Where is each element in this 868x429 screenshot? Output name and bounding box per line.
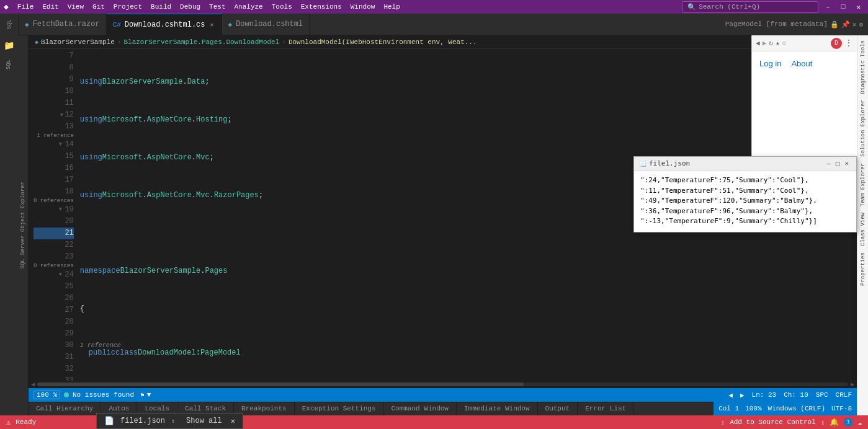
browser-star-icon[interactable]: ★ bbox=[776, 39, 780, 47]
browser-forward-icon[interactable]: ▶ bbox=[763, 39, 767, 47]
no-issues: No issues found bbox=[73, 391, 134, 399]
json-popup-close[interactable]: ✕ bbox=[842, 159, 851, 167]
file-notification-expand[interactable]: ⇧ bbox=[171, 417, 175, 425]
bell-count: 1 bbox=[844, 418, 852, 427]
breadcrumb: ◆ BlazorServerSample › BlazorServerSampl… bbox=[29, 35, 857, 49]
menu-build[interactable]: Build bbox=[147, 2, 175, 12]
browser-user-avatar[interactable]: D bbox=[831, 38, 842, 49]
tab-call-hierarchy[interactable]: Call Hierarchy bbox=[29, 402, 101, 415]
window-close[interactable]: ✕ bbox=[852, 2, 864, 12]
browser-back-icon[interactable]: ◀ bbox=[756, 39, 760, 47]
status-icons: ⚑ ▼ bbox=[140, 391, 151, 399]
menu-project[interactable]: Project bbox=[110, 2, 146, 12]
menu-git[interactable]: Git bbox=[89, 2, 109, 12]
browser-menu-icon[interactable]: ⋮ bbox=[844, 38, 853, 48]
cloud-icon[interactable]: ☁ bbox=[857, 418, 862, 427]
status-scroll-left[interactable]: ◀ bbox=[728, 391, 733, 399]
status-dot bbox=[64, 392, 69, 397]
properties-tab[interactable]: Properties bbox=[859, 250, 867, 288]
browser-login-link[interactable]: Log in bbox=[759, 59, 781, 68]
metadata-label: PageModel [from metadata] bbox=[725, 20, 828, 28]
line-ending[interactable]: CRLF bbox=[836, 391, 852, 399]
file-notification-name: file1.json bbox=[120, 417, 165, 425]
tab-close-icon[interactable]: ✕ bbox=[852, 20, 857, 29]
dropdown-icon[interactable]: ▼ bbox=[147, 391, 151, 399]
lint-icon[interactable]: ⚑ bbox=[140, 391, 145, 399]
status-scroll-right[interactable]: ▶ bbox=[740, 391, 745, 399]
menu-help[interactable]: Help bbox=[380, 2, 403, 12]
tab-command-window[interactable]: Command Window bbox=[384, 402, 457, 415]
class-view-tab[interactable]: Class View bbox=[859, 210, 867, 249]
menu-window[interactable]: Window bbox=[347, 2, 379, 12]
gutter-9: 9 bbox=[34, 74, 74, 86]
tab-error-list[interactable]: Error List bbox=[578, 402, 634, 415]
tab-immediate-window[interactable]: Immediate Window bbox=[457, 402, 538, 415]
json-line-4: ":36,"TemperatureF":96,"Summary":"Balmy"… bbox=[640, 206, 850, 217]
tab-download-cshtml[interactable]: ◆ Download.cshtml bbox=[222, 14, 310, 35]
gutter-30: 30 bbox=[34, 340, 74, 352]
line-ending-indicator[interactable]: Windows (CRLF) bbox=[768, 405, 825, 412]
fold-14[interactable]: ▼ bbox=[57, 142, 63, 148]
team-explorer-tab[interactable]: Team Explorer bbox=[859, 161, 867, 209]
editor-status: 100 % No issues found ⚑ ▼ ◀ ▶ Ln: 23 Ch:… bbox=[29, 388, 857, 402]
diagnostic-tools-tab[interactable]: Diagnostic Tools bbox=[859, 38, 867, 96]
upload-icon: ⇧ bbox=[721, 418, 725, 427]
ref-label-14: 1 reference bbox=[78, 341, 843, 347]
show-all-button[interactable]: Show all bbox=[186, 417, 222, 425]
gutter-11: 11 bbox=[34, 97, 74, 109]
browser-content: Log in About bbox=[752, 51, 857, 165]
gutter-19-ref: 0 references ▼19 bbox=[34, 198, 74, 216]
h-scrollbar-thumb[interactable] bbox=[37, 383, 524, 386]
editor-wrapper: 📁 SQL SQL Server Object Explorer ◆ Blazo… bbox=[0, 35, 868, 415]
server-object-sidebar: SQL Server Object Explorer bbox=[17, 35, 29, 415]
fold-24[interactable]: ▼ bbox=[57, 272, 63, 278]
vs-logo: ◆ bbox=[4, 2, 9, 12]
tab-download-cs-close[interactable]: ✕ bbox=[208, 20, 215, 29]
tab-settings-icon[interactable]: ⚙ bbox=[859, 20, 863, 29]
gutter-22: 22 bbox=[34, 239, 74, 251]
position-ln: Ln: 23 bbox=[752, 391, 777, 399]
bell-icon[interactable]: 🔔 bbox=[830, 418, 839, 427]
breadcrumb-class[interactable]: BlazorServerSample.Pages.DownloadModel bbox=[123, 38, 279, 46]
scroll-right-icon[interactable]: ▶ bbox=[851, 381, 854, 388]
pin-icon[interactable]: 📌 bbox=[841, 20, 850, 29]
menu-extensions[interactable]: Extensions bbox=[297, 2, 346, 12]
browser-nav-links: Log in About bbox=[759, 59, 849, 68]
sql-icon[interactable]: SQL bbox=[3, 57, 14, 72]
file-notification-close[interactable]: ✕ bbox=[231, 417, 235, 426]
horizontal-scroll[interactable]: ◀ ▶ bbox=[29, 381, 857, 388]
menu-analyze[interactable]: Analyze bbox=[231, 2, 267, 12]
tab-download-cshtml-label: Download.cshtml bbox=[236, 20, 303, 29]
menu-file[interactable]: File bbox=[14, 2, 37, 12]
menu-test[interactable]: Test bbox=[205, 2, 229, 12]
json-line-2: ":11,"TemperatureF":51,"Summary":"Cool"}… bbox=[640, 186, 850, 197]
zoom-level[interactable]: 100 % bbox=[34, 391, 60, 399]
encoding-spc[interactable]: SPC bbox=[816, 391, 828, 399]
add-to-source-control[interactable]: Add to Source Control bbox=[730, 418, 816, 426]
browser-ext-icon[interactable]: ○ bbox=[782, 40, 787, 47]
file-icon: 📄 bbox=[104, 416, 114, 426]
fold-12[interactable]: ▼ bbox=[58, 113, 65, 119]
tab-download-cs[interactable]: C# Download.cshtml.cs ✕ bbox=[107, 14, 222, 35]
breadcrumb-method[interactable]: DownloadModel(IWebHostEnvironment env, W… bbox=[289, 38, 477, 46]
tab-fetchdata[interactable]: ◆ FetchData.razor bbox=[19, 14, 107, 35]
explorer-icon[interactable]: 📁 bbox=[1, 38, 17, 53]
breadcrumb-project[interactable]: BlazorServerSample bbox=[41, 38, 115, 46]
h-scrollbar-track[interactable] bbox=[37, 383, 848, 386]
tab-output[interactable]: Output bbox=[538, 402, 578, 415]
json-popup-minimize[interactable]: – bbox=[824, 159, 833, 167]
fold-19[interactable]: ▼ bbox=[57, 207, 63, 213]
solution-explorer-tab[interactable]: Solution Explorer bbox=[859, 97, 867, 159]
menu-view[interactable]: View bbox=[64, 2, 87, 12]
scroll-left-icon[interactable]: ◀ bbox=[31, 381, 35, 388]
menu-edit[interactable]: Edit bbox=[38, 2, 62, 12]
window-minimize[interactable]: – bbox=[822, 2, 834, 12]
tab-exception-settings[interactable]: Exception Settings bbox=[295, 402, 384, 415]
window-maximize[interactable]: □ bbox=[838, 2, 849, 12]
encoding-indicator[interactable]: UTF-8 bbox=[831, 405, 852, 412]
json-popup-maximize[interactable]: □ bbox=[833, 159, 843, 167]
menu-tools[interactable]: Tools bbox=[268, 2, 296, 12]
browser-refresh-icon[interactable]: ↻ bbox=[769, 39, 773, 47]
menu-debug[interactable]: Debug bbox=[176, 2, 204, 12]
browser-about-link[interactable]: About bbox=[791, 59, 812, 68]
